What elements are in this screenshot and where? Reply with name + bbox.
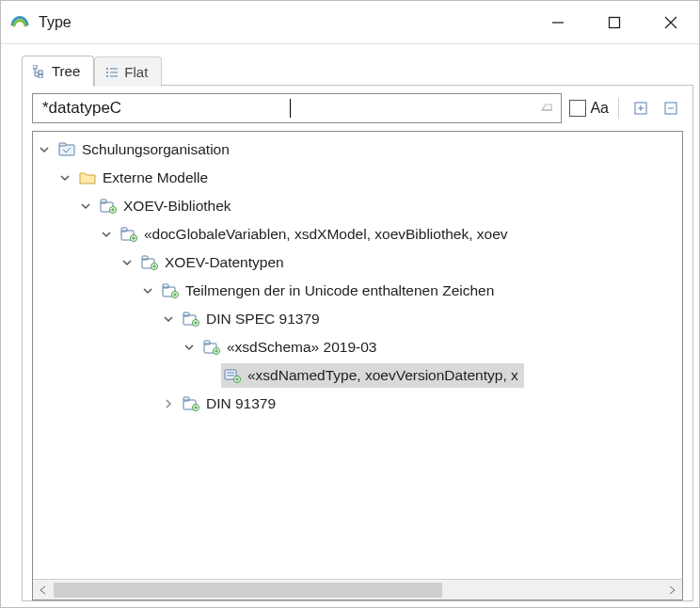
tree-node-label: «xsdSchema» 2019-03 xyxy=(227,339,376,356)
horizontal-scrollbar[interactable] xyxy=(33,579,682,600)
expand-all-button[interactable] xyxy=(628,96,653,120)
package-plus-icon xyxy=(119,226,138,243)
tab-flat-label: Flat xyxy=(124,64,148,80)
maximize-button[interactable] xyxy=(586,1,643,43)
collapse-icon[interactable] xyxy=(161,312,176,327)
collapse-icon[interactable] xyxy=(119,255,135,270)
tree-node-label: XOEV-Bibliothek xyxy=(123,198,231,215)
tab-tree-label: Tree xyxy=(52,63,80,79)
minimize-button[interactable] xyxy=(530,1,586,43)
leaf-spacer xyxy=(202,368,217,383)
text-caret xyxy=(290,99,291,118)
folder-icon xyxy=(78,169,97,186)
tree-node-label: Schulungsorganisation xyxy=(82,141,230,158)
tree-row[interactable]: DIN 91379 xyxy=(33,390,682,418)
tab-bar: Tree Flat xyxy=(22,56,693,86)
collapse-icon[interactable] xyxy=(57,170,72,185)
tree-icon xyxy=(32,64,46,78)
match-case-toggle[interactable]: Aa xyxy=(569,100,609,117)
tab-tree[interactable]: Tree xyxy=(22,56,94,87)
collapse-icon[interactable] xyxy=(182,340,197,355)
tree-row[interactable]: Schulungsorganisation xyxy=(33,136,682,164)
dialog-body: Tree Flat xyxy=(1,44,699,607)
collapse-icon[interactable] xyxy=(99,227,114,242)
list-icon xyxy=(104,65,119,79)
tree-row[interactable]: Teilmengen der in Unicode enthaltenen Ze… xyxy=(33,277,682,305)
collapse-icon[interactable] xyxy=(37,142,52,157)
svg-point-14 xyxy=(106,75,108,77)
window-title: Type xyxy=(39,14,72,31)
tree: SchulungsorganisationExterne ModelleXOEV… xyxy=(33,136,682,418)
package-plus-icon xyxy=(99,198,118,215)
element-plus-icon xyxy=(223,367,242,384)
scrollbar-track[interactable] xyxy=(54,580,661,600)
collapse-icon[interactable] xyxy=(140,283,155,298)
tree-row[interactable]: XOEV-Bibliothek xyxy=(33,192,682,220)
tree-viewport[interactable]: SchulungsorganisationExterne ModelleXOEV… xyxy=(33,132,682,579)
tree-node-label: DIN SPEC 91379 xyxy=(206,311,320,328)
tree-node-label: XOEV-Datentypen xyxy=(165,254,284,271)
search-row: Aa xyxy=(23,86,692,127)
svg-point-12 xyxy=(106,72,108,73)
model-icon xyxy=(57,141,76,158)
scroll-left-button[interactable] xyxy=(33,580,54,600)
close-button[interactable] xyxy=(643,1,699,43)
separator xyxy=(618,98,619,119)
package-plus-icon xyxy=(161,282,180,299)
tree-row[interactable]: «xsdNamedType, xoevVersionDatentyp, x xyxy=(33,361,682,390)
tree-panel: Aa xyxy=(22,85,693,601)
package-plus-icon xyxy=(202,339,221,356)
tab-flat[interactable]: Flat xyxy=(94,56,162,87)
tree-row[interactable]: «docGlobaleVariablen, xsdXModel, xoevBib… xyxy=(33,220,682,248)
search-input[interactable] xyxy=(40,98,292,119)
tree-node-label: «docGlobaleVariablen, xsdXModel, xoevBib… xyxy=(144,226,508,243)
svg-rect-23 xyxy=(59,143,66,146)
expand-icon[interactable] xyxy=(161,396,176,411)
tree-container: SchulungsorganisationExterne ModelleXOEV… xyxy=(32,131,683,600)
match-case-checkbox[interactable] xyxy=(569,100,586,117)
scroll-right-button[interactable] xyxy=(661,580,682,600)
scrollbar-thumb[interactable] xyxy=(54,583,442,598)
tree-row[interactable]: XOEV-Datentypen xyxy=(33,248,682,277)
app-icon xyxy=(8,11,31,34)
tree-row[interactable]: Externe Modelle xyxy=(33,164,682,192)
svg-rect-9 xyxy=(39,74,42,78)
tree-row[interactable]: DIN SPEC 91379 xyxy=(33,305,682,333)
package-plus-icon xyxy=(140,254,159,271)
svg-rect-4 xyxy=(33,65,37,69)
svg-rect-22 xyxy=(59,145,74,155)
tree-node-label: «xsdNamedType, xoevVersionDatentyp, x xyxy=(247,367,518,384)
tree-node-label: Teilmengen der in Unicode enthaltenen Ze… xyxy=(185,282,494,299)
svg-rect-7 xyxy=(39,71,42,74)
package-plus-icon xyxy=(182,311,200,328)
clear-search-icon[interactable] xyxy=(538,100,555,117)
tree-node-label: DIN 91379 xyxy=(206,395,276,412)
tree-row[interactable]: «xsdSchema» 2019-03 xyxy=(33,333,682,361)
tree-node-label: Externe Modelle xyxy=(103,169,208,186)
collapse-icon[interactable] xyxy=(78,199,93,214)
titlebar[interactable]: Type xyxy=(1,1,699,44)
search-input-wrap[interactable] xyxy=(32,93,562,123)
match-case-label: Aa xyxy=(590,100,609,117)
svg-point-10 xyxy=(106,68,108,70)
package-plus-icon xyxy=(182,395,200,412)
dialog-window: Type xyxy=(0,0,700,608)
svg-rect-1 xyxy=(610,17,620,27)
collapse-all-button[interactable] xyxy=(659,96,683,120)
